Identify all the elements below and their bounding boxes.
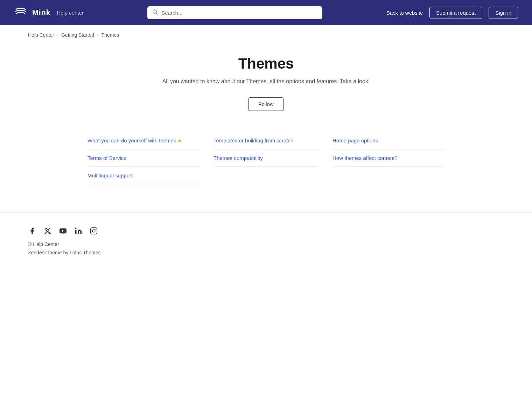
- star-icon: ★: [177, 138, 182, 143]
- header-right: Back to website Submit a request Sign in: [386, 7, 518, 19]
- twitter-x-icon[interactable]: [43, 227, 52, 235]
- article-link-templates[interactable]: Templates or building from scratch: [214, 132, 318, 149]
- social-icons-container: [28, 227, 504, 235]
- article-link-multilingual[interactable]: Multilingual support: [88, 167, 200, 184]
- svg-point-4: [92, 230, 95, 232]
- breadcrumb-sep-2: ›: [97, 33, 98, 38]
- sign-in-button[interactable]: Sign in: [489, 7, 518, 19]
- breadcrumb-getting-started[interactable]: Getting Started: [61, 32, 94, 38]
- article-link-affect-content[interactable]: How themes affect content?: [332, 149, 444, 167]
- footer-copyright: © Help Center: [28, 241, 504, 247]
- search-input[interactable]: [147, 6, 322, 19]
- facebook-icon[interactable]: [28, 227, 36, 235]
- header: Mink Help center Back to website Submit …: [0, 0, 532, 25]
- mink-logo-icon: [14, 6, 27, 19]
- svg-line-1: [156, 13, 158, 14]
- article-link-terms[interactable]: Terms of Service: [88, 149, 200, 167]
- back-to-website-link[interactable]: Back to website: [386, 10, 423, 16]
- instagram-icon[interactable]: [90, 227, 98, 235]
- help-center-label: Help center: [57, 10, 84, 16]
- youtube-icon[interactable]: [59, 227, 67, 235]
- breadcrumb-home[interactable]: Help Center: [28, 32, 54, 38]
- article-link-compatibility[interactable]: Themes compatibility: [214, 149, 318, 167]
- page-title: Themes: [88, 55, 444, 72]
- search-container: [147, 6, 322, 19]
- page-subtitle: All you wanted to know about our Themes,…: [88, 78, 444, 85]
- logo-text: Mink: [32, 8, 50, 17]
- follow-button[interactable]: Follow: [248, 97, 284, 111]
- linkedin-icon[interactable]: [74, 227, 83, 235]
- header-left: Mink Help center: [14, 6, 84, 19]
- article-column-3: Home page options How themes affect cont…: [326, 132, 444, 184]
- breadcrumb-sep-1: ›: [57, 33, 58, 38]
- footer: © Help Center Zendesk theme by Lotus The…: [0, 212, 532, 273]
- breadcrumb-current: Themes: [102, 32, 119, 38]
- svg-point-2: [75, 228, 77, 229]
- article-link-homepage[interactable]: Home page options: [332, 132, 444, 149]
- breadcrumb: Help Center › Getting Started › Themes: [0, 25, 532, 45]
- search-icon: [152, 9, 158, 16]
- article-column-1: What you can do yourself with themes★ Te…: [88, 132, 206, 184]
- main-content: Themes All you wanted to know about our …: [74, 45, 458, 212]
- article-link-themes-yourself[interactable]: What you can do yourself with themes★: [88, 132, 200, 149]
- svg-point-5: [95, 229, 96, 230]
- footer-theme-credit: Zendesk theme by Lotus Themes: [28, 250, 504, 255]
- svg-rect-3: [91, 228, 97, 234]
- submit-request-button[interactable]: Submit a request: [429, 7, 482, 19]
- articles-grid: What you can do yourself with themes★ Te…: [88, 132, 444, 184]
- article-column-2: Templates or building from scratch Theme…: [206, 132, 326, 184]
- search-wrapper: [147, 6, 322, 19]
